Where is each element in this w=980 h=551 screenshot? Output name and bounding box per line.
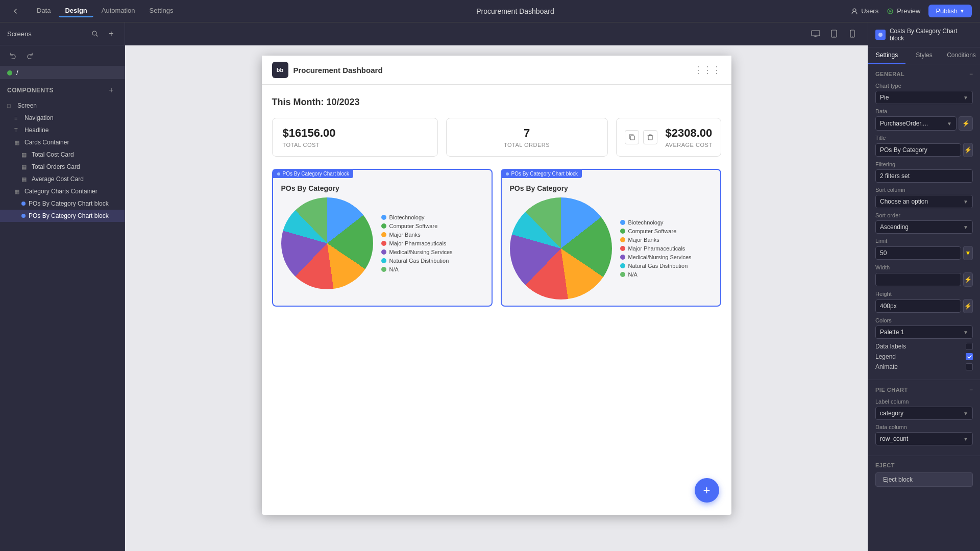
width-input[interactable] [875,273,961,286]
sidebar-actions: + [89,28,117,40]
data-bolt-icon[interactable]: ⚡ [959,116,973,131]
legend-dot-2 [620,229,625,234]
legend-row: Legend [875,353,973,360]
data-select[interactable]: PurchaseOrder.... ▼ [875,116,957,131]
total-cost-label: TOTAL COST [283,142,427,148]
legend-dot-7 [620,272,625,277]
width-field: Width ⚡ [875,264,973,287]
sort-column-select[interactable]: Choose an option ▼ [875,195,973,208]
legend-item: Biotechnology [381,214,453,220]
tab-design[interactable]: Design [59,5,93,17]
legend-dot-1 [620,220,625,225]
chevron-down-icon: ▼ [963,411,968,416]
height-input[interactable] [875,299,961,313]
grid-icon[interactable]: ⋮⋮⋮ [694,64,721,76]
svg-point-9 [834,36,835,37]
fab-button[interactable]: + [695,478,719,503]
components-header: Components + [0,79,125,99]
back-button[interactable] [8,4,22,18]
tree-item-cards-container[interactable]: ▦ Cards Container [0,136,125,148]
legend-dot-1 [381,215,386,220]
tree-item-navigation[interactable]: ≡ Navigation [0,112,125,124]
pie-chart-section: PIE CHART − Label column category ▼ Data… [868,380,980,456]
title-bolt-icon[interactable]: ⚡ [963,143,973,157]
eject-button[interactable]: Eject block [875,472,973,487]
copy-icon[interactable] [625,130,639,144]
width-bolt-icon[interactable]: ⚡ [963,272,973,287]
legend-dot-4 [381,241,386,246]
mobile-view-button[interactable] [845,27,860,41]
colors-select[interactable]: Palette 1 ▼ [875,325,973,339]
title-input[interactable] [875,143,961,157]
tree-item-total-orders-card[interactable]: ▦ Total Orders Card [0,161,125,173]
data-labels-label: Data labels [875,343,906,350]
pie-chart-2 [510,197,612,299]
data-column-select[interactable]: row_count ▼ [875,432,973,445]
tree-item-headline[interactable]: T Headline [0,124,125,136]
label-column-select[interactable]: category ▼ [875,407,973,420]
add-component-button[interactable]: + [105,84,117,96]
tree-item-chart-block-2[interactable]: POs By Category Chart block [0,210,125,222]
limit-input[interactable] [875,246,961,260]
tree-item-average-cost-card[interactable]: ▦ Average Cost Card [0,173,125,185]
legend-2: Biotechnology Computer Software Major Ba… [620,219,692,278]
chart-type-label: Chart type [875,83,973,89]
delete-icon[interactable] [643,130,657,144]
chart-type-select[interactable]: Pie ▼ [875,91,973,104]
limit-input-row: ▼ [875,246,973,260]
chart-title-1: POs By Category [281,184,483,192]
app-content: This Month: 10/2023 $16156.00 TOTAL COST… [262,85,731,319]
legend-label: Legend [875,353,896,360]
legend-checkbox[interactable] [966,353,973,360]
legend-item: N/A [620,271,692,278]
main-layout: Screens + / Components [0,22,980,551]
chart-block-1-dot [21,202,26,206]
height-bolt-icon[interactable]: ⚡ [963,299,973,313]
animate-label: Animate [875,363,898,370]
legend-item: Major Pharmaceuticals [381,240,453,246]
limit-bolt-icon[interactable]: ▼ [963,246,973,260]
data-labels-checkbox[interactable] [966,343,973,350]
svg-point-0 [853,9,856,12]
tab-settings[interactable]: Settings [143,5,180,17]
chevron-down-icon: ▼ [963,330,968,335]
tab-automation[interactable]: Automation [95,5,141,17]
category-charts-icon: ▦ [14,188,21,195]
tablet-view-button[interactable] [827,27,841,41]
average-cost-card: $2308.00 AVERAGE COST [616,118,721,157]
tree-item-screen[interactable]: □ Screen [0,99,125,112]
tree-item-category-charts[interactable]: ▦ Category Charts Container [0,185,125,197]
canvas-scroll[interactable]: bb Procurement Dashboard ⋮⋮⋮ This Month:… [125,45,868,551]
pie-collapse-icon[interactable]: − [969,386,973,393]
legend-1: Biotechnology Computer Software Major Ba… [381,214,453,272]
search-icon[interactable] [89,28,101,40]
tree-item-label: Navigation [24,114,54,121]
chart-badge-2: POs By Category Chart block [501,169,582,178]
tree-item-label: Headline [24,127,48,134]
publish-button[interactable]: Publish ▼ [928,5,972,17]
sort-order-select[interactable]: Ascending ▼ [875,220,973,234]
general-collapse-icon[interactable]: − [969,70,973,78]
add-screen-button[interactable]: + [105,28,117,40]
tree-item-chart-block-1[interactable]: POs By Category Chart block [0,197,125,210]
filtering-label: Filtering [875,161,973,167]
desktop-view-button[interactable] [808,27,823,41]
height-label: Height [875,291,973,297]
components-label: Components [7,87,54,94]
tree-item-total-cost-card[interactable]: ▦ Total Cost Card [0,148,125,161]
preview-button[interactable]: Preview [887,7,920,15]
screen-item[interactable]: / [0,66,125,79]
data-label: Data [875,108,973,114]
redo-button[interactable] [23,49,36,62]
svg-point-14 [277,172,280,176]
tab-conditions-right[interactable]: Conditions [943,47,980,64]
users-button[interactable]: Users [851,7,878,15]
tab-styles-right[interactable]: Styles [905,47,943,64]
animate-checkbox[interactable] [966,363,973,370]
filtering-select[interactable]: 2 filters set [875,169,973,183]
legend-dot-6 [620,263,625,268]
tab-settings-right[interactable]: Settings [868,47,905,64]
tab-data[interactable]: Data [31,5,57,17]
legend-item: Medical/Nursing Services [620,254,692,260]
undo-button[interactable] [7,49,19,62]
